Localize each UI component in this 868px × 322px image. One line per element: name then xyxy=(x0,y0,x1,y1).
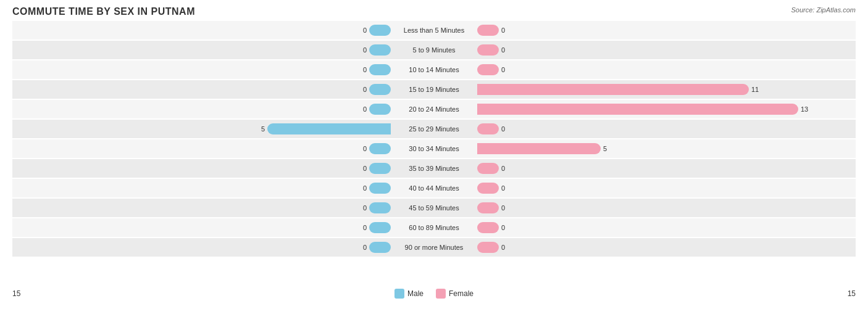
row-label: 10 to 14 Minutes xyxy=(394,66,474,73)
row-inner: 0 30 to 34 Minutes 5 xyxy=(12,139,856,158)
male-value: 0 xyxy=(357,46,367,54)
row-inner: 5 25 to 29 Minutes 0 xyxy=(12,120,856,138)
male-bar-stub xyxy=(369,84,391,95)
row-label: 5 to 9 Minutes xyxy=(394,46,474,54)
male-bar-stub xyxy=(369,44,391,56)
axis-left-label: 15 xyxy=(12,289,20,298)
female-value: 0 xyxy=(501,46,511,54)
chart-row: 0 60 to 89 Minutes 0 xyxy=(12,218,856,237)
legend-female: Female xyxy=(436,289,474,299)
row-label: 25 to 29 Minutes xyxy=(394,125,474,133)
row-inner: 0 35 to 39 Minutes 0 xyxy=(12,159,856,178)
row-inner: 0 45 to 59 Minutes 0 xyxy=(12,199,856,217)
row-label: 40 to 44 Minutes xyxy=(394,184,474,192)
male-bar xyxy=(267,123,391,134)
row-inner: 0 20 to 24 Minutes 13 xyxy=(12,100,856,118)
legend-male-box xyxy=(394,289,404,299)
male-value: 0 xyxy=(357,204,367,212)
row-label: 90 or more Minutes xyxy=(394,244,474,251)
bottom-section: 15 Male Female 15 xyxy=(12,286,856,299)
chart-row: 0 15 to 19 Minutes 11 xyxy=(12,80,856,99)
chart-container: COMMUTE TIME BY SEX IN PUTNAM Source: Zi… xyxy=(0,0,868,322)
legend-male-label: Male xyxy=(407,289,424,298)
row-label: 20 to 24 Minutes xyxy=(394,105,474,113)
source-text: Source: ZipAtlas.com xyxy=(791,6,856,14)
male-bar-stub xyxy=(369,104,391,115)
row-inner: 0 10 to 14 Minutes 0 xyxy=(12,60,856,79)
male-value: 0 xyxy=(357,86,367,93)
female-value: 0 xyxy=(501,27,511,34)
female-bar xyxy=(477,84,749,95)
chart-row: 0 5 to 9 Minutes 0 xyxy=(12,41,856,59)
chart-row: 0 35 to 39 Minutes 0 xyxy=(12,159,856,178)
legend-male: Male xyxy=(394,289,424,299)
chart-row: 0 10 to 14 Minutes 0 xyxy=(12,60,856,79)
female-value: 0 xyxy=(501,204,511,212)
male-value: 0 xyxy=(357,145,367,152)
female-value: 5 xyxy=(603,145,613,152)
female-value: 0 xyxy=(501,184,511,192)
female-value: 11 xyxy=(751,86,761,93)
male-bar-stub xyxy=(369,143,391,154)
male-value: 0 xyxy=(357,184,367,192)
chart-row: 0 30 to 34 Minutes 5 xyxy=(12,139,856,158)
male-value: 0 xyxy=(357,224,367,231)
row-label: 60 to 89 Minutes xyxy=(394,224,474,231)
female-bar-stub xyxy=(477,183,499,194)
female-bar-stub xyxy=(477,123,499,134)
female-bar-stub xyxy=(477,64,499,75)
female-value: 0 xyxy=(501,125,511,133)
female-bar xyxy=(477,143,601,154)
male-value: 0 xyxy=(357,165,367,172)
row-inner: 0 5 to 9 Minutes 0 xyxy=(12,41,856,59)
male-value: 0 xyxy=(357,66,367,73)
female-value: 0 xyxy=(501,224,511,231)
row-label: Less than 5 Minutes xyxy=(394,27,474,34)
male-bar-stub xyxy=(369,25,391,36)
male-bar-stub xyxy=(369,242,391,253)
row-label: 35 to 39 Minutes xyxy=(394,165,474,172)
female-bar-stub xyxy=(477,242,499,253)
male-bar-stub xyxy=(369,64,391,75)
axis-right-label: 15 xyxy=(848,289,856,298)
female-value: 0 xyxy=(501,165,511,172)
female-bar-stub xyxy=(477,222,499,233)
male-value: 0 xyxy=(357,105,367,113)
female-value: 13 xyxy=(801,105,811,113)
male-value: 0 xyxy=(357,244,367,251)
chart-row: 0 20 to 24 Minutes 13 xyxy=(12,100,856,118)
male-bar-stub xyxy=(369,222,391,233)
chart-area: 0 Less than 5 Minutes 0 0 5 to 9 Minutes xyxy=(12,21,856,286)
chart-title: COMMUTE TIME BY SEX IN PUTNAM xyxy=(12,6,856,17)
row-inner: 0 90 or more Minutes 0 xyxy=(12,238,856,257)
legend: Male Female xyxy=(394,289,474,299)
female-bar-stub xyxy=(477,163,499,174)
chart-row: 0 40 to 44 Minutes 0 xyxy=(12,179,856,197)
row-inner: 0 15 to 19 Minutes 11 xyxy=(12,80,856,99)
row-label: 30 to 34 Minutes xyxy=(394,145,474,152)
chart-row: 0 Less than 5 Minutes 0 xyxy=(12,21,856,39)
male-value: 5 xyxy=(255,125,265,133)
male-bar-stub xyxy=(369,163,391,174)
female-bar xyxy=(477,104,798,115)
male-value: 0 xyxy=(357,27,367,34)
legend-female-box xyxy=(436,289,446,299)
row-label: 45 to 59 Minutes xyxy=(394,204,474,212)
female-bar-stub xyxy=(477,44,499,56)
chart-row: 0 45 to 59 Minutes 0 xyxy=(12,199,856,217)
female-bar-stub xyxy=(477,202,499,213)
row-inner: 0 60 to 89 Minutes 0 xyxy=(12,218,856,237)
row-inner: 0 40 to 44 Minutes 0 xyxy=(12,179,856,197)
chart-row: 5 25 to 29 Minutes 0 xyxy=(12,120,856,138)
row-inner: 0 Less than 5 Minutes 0 xyxy=(12,21,856,39)
female-value: 0 xyxy=(501,244,511,251)
male-bar-stub xyxy=(369,183,391,194)
legend-female-label: Female xyxy=(449,289,474,298)
female-bar-stub xyxy=(477,25,499,36)
female-value: 0 xyxy=(501,66,511,73)
male-bar-stub xyxy=(369,202,391,213)
row-label: 15 to 19 Minutes xyxy=(394,86,474,93)
chart-row: 0 90 or more Minutes 0 xyxy=(12,238,856,257)
